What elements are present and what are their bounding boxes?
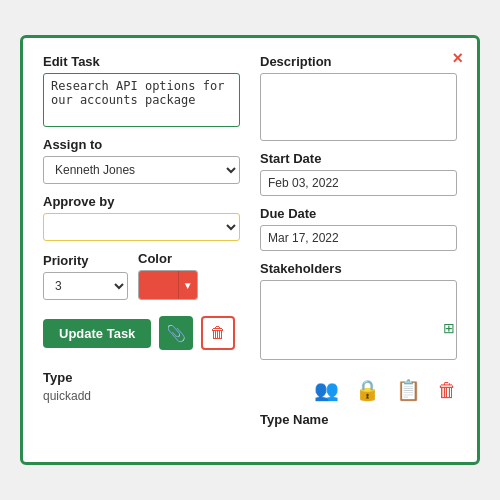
priority-select[interactable]: 3: [43, 272, 128, 300]
type-name-label: Type Name: [260, 412, 457, 427]
description-input[interactable]: [260, 73, 457, 141]
description-label: Description: [260, 54, 457, 69]
color-swatch: [139, 271, 178, 299]
due-date-input[interactable]: [260, 225, 457, 251]
color-picker[interactable]: ▼: [138, 270, 198, 300]
lock-icon: 🔒: [355, 379, 380, 401]
trash-icon: 🗑: [437, 379, 457, 401]
stakeholders-label: Stakeholders: [260, 261, 457, 276]
clipboard-icon-button[interactable]: 📋: [396, 378, 421, 402]
start-date-input[interactable]: [260, 170, 457, 196]
delete-icon: 🗑: [210, 324, 226, 342]
delete-button[interactable]: 🗑: [201, 316, 235, 350]
start-date-label: Start Date: [260, 151, 457, 166]
color-dropdown-btn[interactable]: ▼: [178, 271, 197, 299]
approve-by-label: Approve by: [43, 194, 240, 209]
attach-button[interactable]: 📎: [159, 316, 193, 350]
color-label: Color: [138, 251, 240, 266]
assign-to-select[interactable]: Kenneth Jones: [43, 156, 240, 184]
trash-icon-button[interactable]: 🗑: [437, 379, 457, 402]
edit-task-dialog: × Edit Task Assign to Kenneth Jones Appr…: [20, 35, 480, 465]
approve-by-select[interactable]: [43, 213, 240, 241]
assign-to-label: Assign to: [43, 137, 240, 152]
stakeholders-input[interactable]: [260, 280, 457, 360]
type-label: Type: [43, 370, 240, 385]
attach-icon: 📎: [166, 324, 186, 343]
lock-icon-button[interactable]: 🔒: [355, 378, 380, 402]
priority-label: Priority: [43, 253, 128, 268]
close-button[interactable]: ×: [452, 48, 463, 69]
stakeholders-icon: 👥: [314, 379, 339, 401]
update-task-button[interactable]: Update Task: [43, 319, 151, 348]
clipboard-icon: 📋: [396, 379, 421, 401]
edit-task-input[interactable]: [43, 73, 240, 127]
edit-task-label: Edit Task: [43, 54, 240, 69]
scroll-indicator-icon: ⊞: [443, 320, 455, 336]
due-date-label: Due Date: [260, 206, 457, 221]
type-value: quickadd: [43, 389, 240, 403]
stakeholders-icon-button[interactable]: 👥: [314, 378, 339, 402]
